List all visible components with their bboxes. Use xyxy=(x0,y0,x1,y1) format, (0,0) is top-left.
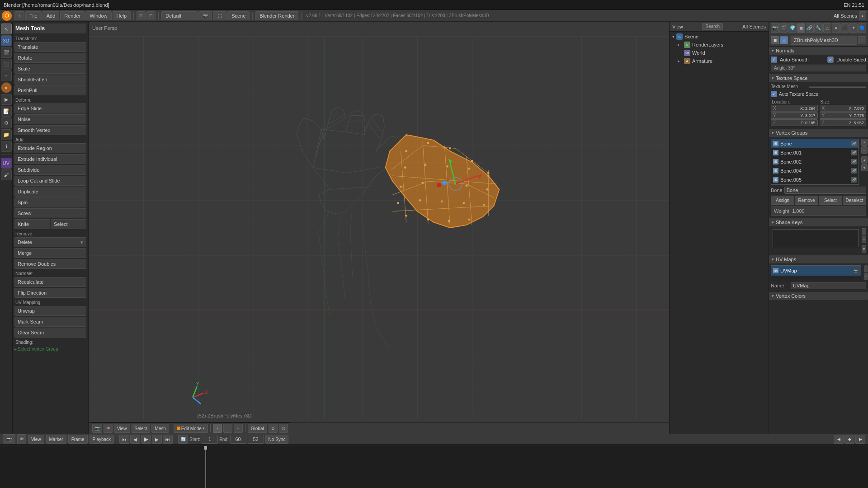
files-icon[interactable]: 📁 xyxy=(1,129,12,140)
key-prev-icon[interactable]: ◀ xyxy=(834,435,844,444)
frame-btn[interactable]: Frame xyxy=(68,435,88,444)
vgroup-bone[interactable]: ⊞ Bone 🔗 xyxy=(771,139,859,148)
expand-icon[interactable]: ▸ xyxy=(859,11,866,20)
sequencer-icon[interactable]: ≡ xyxy=(1,70,12,81)
render-icon1[interactable]: 📷 xyxy=(198,11,212,20)
recalculate-btn[interactable]: Recalculate xyxy=(14,277,86,287)
proportional-icon[interactable]: ◎ xyxy=(279,424,288,433)
mesh-btn[interactable]: Mesh xyxy=(151,424,169,433)
viewport-cam-icon[interactable]: 📷 xyxy=(92,424,102,433)
vp-select-btn[interactable]: Select xyxy=(132,424,151,433)
global-selector[interactable]: Global xyxy=(248,424,267,433)
add-obj-icon[interactable]: + xyxy=(858,36,866,44)
prop-constraint-icon[interactable]: 🔗 xyxy=(806,23,814,33)
loop-cut-btn[interactable]: Loop Cut and Slide xyxy=(14,176,86,186)
render-engine[interactable]: Blender Render xyxy=(255,11,298,20)
vertex-colors-header[interactable]: ▾ Vertex Colors xyxy=(769,292,868,300)
rotate-btn[interactable]: Rotate xyxy=(14,53,86,63)
timeline-track[interactable] xyxy=(0,446,868,488)
delete-btn[interactable]: Delete ▾ xyxy=(14,237,86,247)
face-icon[interactable]: ▪ xyxy=(234,424,243,433)
paint-icon[interactable]: 🖌 xyxy=(1,169,12,180)
add-menu[interactable]: Add xyxy=(42,11,60,20)
timeline-eye-icon[interactable]: 👁 xyxy=(17,434,26,444)
view-btn[interactable]: View xyxy=(114,424,130,433)
loc-y-field[interactable]: Y Y: 3.217 xyxy=(771,112,818,119)
mode-selector[interactable]: Default xyxy=(161,11,198,20)
render-icon2[interactable]: ⛶ xyxy=(213,11,226,20)
sk-remove-btn[interactable]: − xyxy=(862,236,866,243)
obj-icon-1[interactable]: ◼ xyxy=(771,36,779,44)
prop-data-icon[interactable]: △ xyxy=(823,23,831,33)
view3d-icon[interactable]: 3D xyxy=(1,35,12,46)
grid-icon[interactable]: ⊞ xyxy=(137,11,146,20)
vert-icon[interactable]: · xyxy=(213,424,222,433)
merge-btn[interactable]: Merge xyxy=(14,248,86,258)
script-icon[interactable]: 📝 xyxy=(1,106,12,117)
split-icon[interactable]: ⊟ xyxy=(146,11,156,20)
deselect-btn[interactable]: Deselect xyxy=(843,196,866,205)
clear-seam-btn[interactable]: Clear Seam xyxy=(14,328,86,338)
screw-btn[interactable]: Screw xyxy=(14,208,86,218)
play-icon[interactable]: ▶ xyxy=(141,435,151,444)
no-sync-btn[interactable]: No Sync xyxy=(265,435,289,444)
scene-selector[interactable]: Scene xyxy=(227,11,250,20)
texture-mesh-field[interactable] xyxy=(809,86,866,88)
prev-frame-icon[interactable]: ◀ xyxy=(130,435,140,444)
scene-tree-item-world[interactable]: W World xyxy=(670,49,768,57)
next-frame-icon[interactable]: ▶ xyxy=(152,435,162,444)
duplicate-btn[interactable]: Duplicate xyxy=(14,187,86,197)
uv-icon[interactable]: UV xyxy=(1,158,12,169)
extrude-region-btn[interactable]: Extrude Region xyxy=(14,143,86,153)
loc-z-field[interactable]: Z Z: 0.185 xyxy=(771,119,818,126)
current-frame[interactable]: 52 xyxy=(248,435,264,444)
zbrushmesh-selector[interactable]: ZBrushPolyMesh3D xyxy=(791,36,857,45)
remove-doubles-btn[interactable]: Remove Doubles xyxy=(14,259,86,269)
game-icon[interactable]: ▶ xyxy=(1,94,12,105)
vgroup-bone004[interactable]: ⊞ Bone.004 🔗 xyxy=(771,166,859,175)
angle-field[interactable]: Angle: 30° xyxy=(771,65,866,71)
prop-material-icon[interactable]: ● xyxy=(832,23,840,33)
end-icon[interactable]: ⏭ xyxy=(163,435,173,444)
unwrap-btn[interactable]: Unwrap xyxy=(14,306,86,316)
marker-btn[interactable]: Marker xyxy=(46,435,66,444)
vgroup-add-btn[interactable]: + xyxy=(861,139,868,146)
texture-space-header[interactable]: ▾ Texture Space xyxy=(769,74,868,82)
prop-modifier-icon[interactable]: 🔧 xyxy=(814,23,822,33)
loc-x-field[interactable]: X X: 2.264 xyxy=(771,105,818,112)
pushpull-btn[interactable]: PushPull xyxy=(14,85,86,95)
uvmap-item[interactable]: UV UVMap 📷 xyxy=(771,266,861,276)
all-scenes-dropdown[interactable]: All Scenes xyxy=(742,24,766,29)
vertex-groups-header[interactable]: ▾ Vertex Groups xyxy=(769,129,868,137)
uv-remove-btn[interactable]: − xyxy=(864,273,868,280)
subdivide-btn[interactable]: Subdivide xyxy=(14,165,86,175)
edge-icon[interactable]: — xyxy=(223,424,232,433)
chrome-icon[interactable]: ● xyxy=(1,82,12,93)
shape-keys-header[interactable]: ▾ Shape Keys xyxy=(769,218,868,226)
properties-strip-icon[interactable]: ⚙ xyxy=(1,117,12,128)
vgroup-select-btn[interactable]: Select xyxy=(819,196,842,205)
edit-mode-selector[interactable]: Edit Mode ▾ xyxy=(174,424,208,433)
vgroup-bone005[interactable]: ⊞ Bone.005 🔗 xyxy=(771,175,859,184)
blender-logo[interactable]: ⬡ xyxy=(2,11,12,21)
scene-tree-item-scene[interactable]: ▾ S Scene xyxy=(670,33,768,41)
extrude-individual-btn[interactable]: Extrude Individual xyxy=(14,154,86,164)
weight-bar[interactable]: Weight: 1.000 xyxy=(771,206,866,216)
playback-btn[interactable]: Playback xyxy=(90,435,114,444)
cursor-icon[interactable]: ↖ xyxy=(1,23,12,34)
vgroup-up-btn[interactable]: ▲ xyxy=(861,156,868,164)
viewport[interactable]: User Persp xyxy=(89,22,669,434)
sync-icon[interactable]: 🔄 xyxy=(178,435,188,444)
info-icon[interactable]: i xyxy=(14,11,24,20)
spin-btn[interactable]: Spin xyxy=(14,197,86,207)
snap-icon[interactable]: ⊙ xyxy=(269,424,278,433)
uv-name-input[interactable]: UVMap xyxy=(791,282,866,289)
sk-add-btn[interactable]: + xyxy=(862,228,866,235)
auto-texture-checkbox[interactable] xyxy=(771,91,777,97)
timeline-cam-icon[interactable]: 📷 xyxy=(3,434,15,444)
prop-object-icon[interactable]: ◼ xyxy=(797,23,805,33)
help-menu[interactable]: Help xyxy=(113,11,131,20)
prop-particles-icon[interactable]: ✦ xyxy=(849,23,857,33)
noise-btn[interactable]: Noise xyxy=(14,114,86,124)
vgroup-bone002[interactable]: ⊞ Bone.002 🔗 xyxy=(771,157,859,166)
